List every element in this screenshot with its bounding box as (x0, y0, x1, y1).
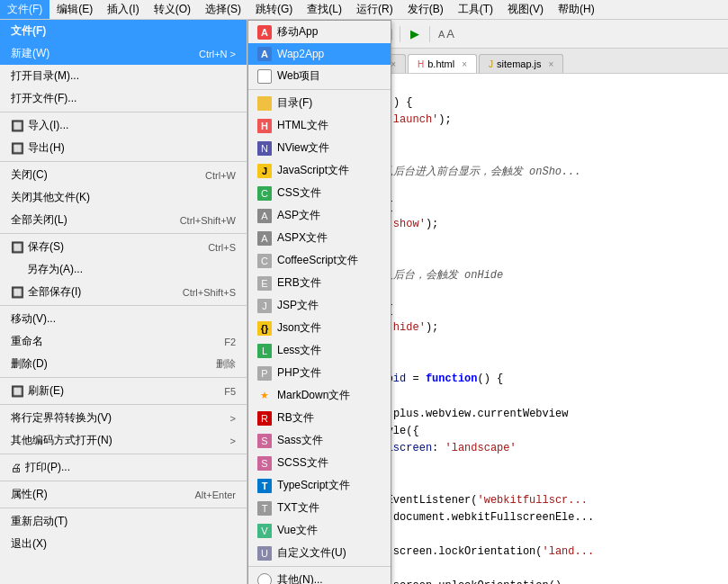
submenu-item-less[interactable]: L Less文件 (248, 339, 391, 362)
menu-item-save[interactable]: 🔲保存(S)Ctrl+S (0, 236, 247, 258)
font-size-label: A (438, 29, 445, 40)
submenu-item-markdown[interactable]: ★ MarkDown文件 (248, 384, 391, 407)
submenu-divider-2 (248, 566, 391, 567)
menu-item-import[interactable]: 🔲导入(I)... (0, 114, 247, 137)
html-icon: H (257, 119, 272, 133)
submenu-item-folder[interactable]: 目录(F) (248, 92, 391, 114)
menu-publish[interactable]: 发行(B) (400, 0, 451, 19)
other-icon (257, 573, 272, 585)
divider-1 (0, 112, 247, 112)
menu-item-exit[interactable]: 退出(X) (0, 533, 247, 555)
menu-item-move[interactable]: 移动(V)... (0, 308, 247, 330)
tab-sitemapjs-icon: J (489, 59, 493, 69)
tab-sitemap-js[interactable]: J sitemap.js × (479, 54, 563, 73)
menu-item-refresh[interactable]: 🔲刷新(E)F5 (0, 380, 247, 402)
asp-icon: A (257, 209, 272, 223)
menu-item-open-dir[interactable]: 打开目录(M)... (0, 65, 247, 87)
divider-4 (0, 305, 247, 306)
submenu-item-asp[interactable]: A ASP文件 (248, 204, 391, 227)
submenu-item-txt[interactable]: T TXT文件 (248, 497, 391, 519)
menu-item-convert-line[interactable]: 将行定界符转换为(V)> (0, 407, 247, 429)
rb-icon: R (257, 411, 272, 426)
submenu-item-nview[interactable]: N NView文件 (248, 137, 391, 159)
toolbar-btn-run[interactable]: ▶ (405, 24, 425, 44)
tab-close-bhtml[interactable]: × (462, 59, 467, 69)
app-icon: A (257, 25, 272, 40)
tab-close-sitemapjs[interactable]: × (549, 59, 554, 69)
menu-escape[interactable]: 转义(O) (147, 0, 198, 19)
menu-item-restart[interactable]: 重新启动(T) (0, 510, 247, 533)
menu-item-rename[interactable]: 重命名F2 (0, 330, 247, 353)
submenu-item-jsp[interactable]: J JSP文件 (248, 294, 391, 317)
submenu-item-coffee[interactable]: C CoffeeScript文件 (248, 249, 391, 272)
sass-icon: S (257, 434, 272, 448)
file-menu-header: 文件(F) (0, 20, 247, 42)
custom-icon: U (257, 546, 272, 561)
nview-icon: N (257, 141, 272, 156)
menu-run[interactable]: 运行(R) (349, 0, 400, 19)
submenu-item-html[interactable]: H HTML文件 (248, 114, 391, 137)
menu-help[interactable]: 帮助(H) (551, 0, 602, 19)
divider-3 (0, 233, 247, 234)
tab-b-html-label: b.html (427, 58, 454, 69)
menu-select[interactable]: 选择(S) (198, 0, 248, 19)
submenu-item-custom[interactable]: U 自定义文件(U) (248, 542, 391, 564)
submenu-item-sass[interactable]: S Sass文件 (248, 429, 391, 452)
menu-item-close-others[interactable]: 关闭其他文件(K) (0, 186, 247, 209)
menu-edit[interactable]: 编辑(E) (49, 0, 100, 19)
submenu-item-vue[interactable]: V Vue文件 (248, 519, 391, 542)
submenu-item-rb[interactable]: R RB文件 (248, 407, 391, 429)
menu-item-delete[interactable]: 删除(D)删除 (0, 353, 247, 375)
menu-tools[interactable]: 工具(T) (451, 0, 500, 19)
submenu-item-erb[interactable]: E ERB文件 (248, 272, 391, 294)
menu-insert[interactable]: 插入(I) (100, 0, 146, 19)
menu-item-saveas[interactable]: 另存为(A)... (0, 258, 247, 281)
menu-item-print[interactable]: 🖨打印(P)... (0, 456, 247, 479)
js-icon: J (257, 164, 272, 178)
submenu-item-web-project[interactable]: Web项目 (248, 65, 391, 87)
menu-file[interactable]: 文件(F) (0, 0, 49, 19)
submenu-item-ts[interactable]: T TypeScript文件 (248, 474, 391, 497)
submenu-item-wap2app[interactable]: A Wap2App (248, 43, 391, 65)
divider-8 (0, 481, 247, 481)
menu-item-close[interactable]: 关闭(C)Ctrl+W (0, 164, 247, 186)
menu-view[interactable]: 视图(V) (500, 0, 551, 19)
submenu-item-css[interactable]: C CSS文件 (248, 182, 391, 204)
submenu-item-js[interactable]: J JavaScript文件 (248, 159, 391, 182)
file-menu: 文件(F) 新建(W) Ctrl+N > 打开目录(M)... 打开文件(F).… (0, 20, 247, 584)
folder-icon (257, 96, 272, 111)
submenu-item-mobile-app[interactable]: A 移动App (248, 21, 391, 43)
menu-item-export[interactable]: 🔲导出(H) (0, 137, 247, 159)
menu-item-properties[interactable]: 属性(R)Alt+Enter (0, 483, 247, 506)
menubar: 文件(F) 编辑(E) 插入(I) 转义(O) 选择(S) 跳转(G) 查找(L… (0, 0, 728, 20)
menu-item-saveall[interactable]: 🔲全部保存(I)Ctrl+Shift+S (0, 281, 247, 303)
submenu-item-aspx[interactable]: A ASPX文件 (248, 227, 391, 249)
menu-find[interactable]: 查找(L) (300, 0, 349, 19)
menu-item-other-encoding[interactable]: 其他编码方式打开(N)> (0, 429, 247, 452)
font-size-label2: A (446, 27, 454, 40)
divider-6 (0, 404, 247, 405)
tab-b-html[interactable]: H b.html × (408, 54, 477, 74)
php-icon: P (257, 366, 272, 381)
web-icon (257, 69, 272, 84)
submenu-item-json[interactable]: {} Json文件 (248, 317, 391, 339)
tab-bhtml-icon: H (418, 59, 424, 69)
menu-jump[interactable]: 跳转(G) (248, 0, 300, 19)
new-submenu: A 移动App A Wap2App Web项目 目录(F) H HTML文件 N (247, 20, 391, 584)
css-icon: C (257, 186, 272, 201)
divider-5 (0, 377, 247, 378)
json-icon: {} (257, 321, 272, 336)
menu-item-close-all[interactable]: 全部关闭(L)Ctrl+Shift+W (0, 209, 247, 231)
tab-sitemap-js-label: sitemap.js (497, 58, 542, 69)
coffee-icon: C (257, 254, 272, 268)
wap-icon: A (257, 47, 272, 61)
tab-close-ahtml[interactable]: × (391, 59, 396, 69)
aspx-icon: A (257, 231, 272, 246)
menu-item-new[interactable]: 新建(W) Ctrl+N > (0, 42, 247, 65)
divider-7 (0, 454, 247, 454)
submenu-divider-1 (248, 89, 391, 90)
submenu-item-scss[interactable]: S SCSS文件 (248, 452, 391, 474)
submenu-item-php[interactable]: P PHP文件 (248, 362, 391, 384)
menu-item-open-file[interactable]: 打开文件(F)... (0, 87, 247, 110)
submenu-item-other[interactable]: 其他(N)... (248, 569, 391, 584)
